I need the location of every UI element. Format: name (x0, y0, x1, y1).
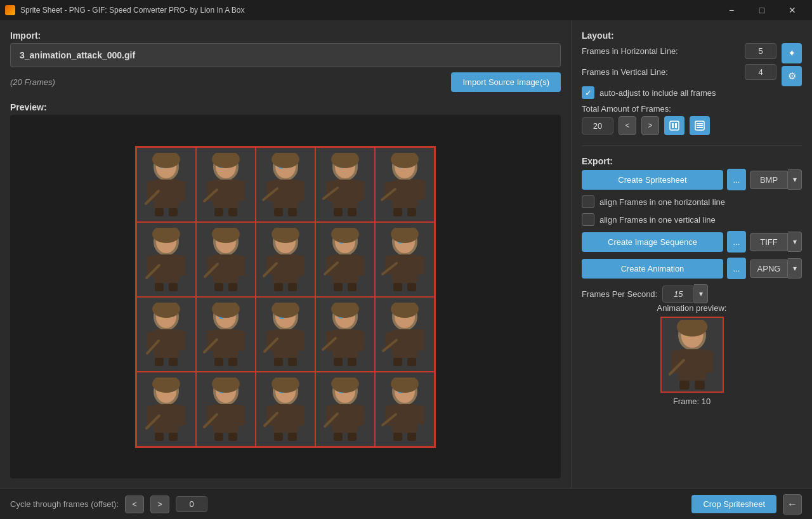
align-vertical-label: align Frames in one vertical line (599, 215, 716, 225)
cycle-next-button[interactable]: > (150, 496, 169, 513)
svg-rect-73 (214, 283, 223, 291)
arrow-button[interactable]: ← (783, 494, 802, 515)
image-sequence-format-wrapper: TIFF ▾ (750, 232, 802, 252)
svg-rect-226 (697, 127, 703, 128)
import-label: Import: (10, 30, 561, 41)
svg-rect-6 (174, 181, 185, 201)
svg-rect-116 (174, 331, 185, 351)
svg-rect-63 (169, 283, 178, 291)
fps-input[interactable] (662, 286, 694, 303)
right-panel: Layout: Frames in Horizontal Line: Frame… (571, 20, 812, 489)
frame-tool-btn-2[interactable] (690, 116, 710, 135)
frame-label: Frame: 10 (673, 397, 710, 406)
sprite-cell (375, 372, 435, 447)
fps-input-wrapper: ▾ (662, 284, 708, 303)
sprite-cell (196, 372, 256, 447)
maximize-button[interactable]: □ (747, 0, 776, 20)
layout-header-row: Frames in Horizontal Line: Frames in Ver… (582, 43, 802, 86)
svg-rect-50 (414, 180, 425, 200)
frames-horizontal-input[interactable] (745, 43, 776, 59)
total-frames-input[interactable] (582, 117, 613, 135)
svg-rect-160 (413, 329, 424, 351)
create-spritesheet-row: Create Spritesheet ... BMP ▾ (582, 169, 802, 190)
create-image-sequence-button[interactable]: Create Image Sequence (582, 232, 723, 252)
svg-rect-206 (348, 433, 357, 441)
preview-label: Preview: (10, 102, 561, 112)
align-vertical-checkbox[interactable] (582, 213, 594, 226)
minimize-button[interactable]: − (717, 0, 746, 20)
svg-rect-138 (293, 331, 304, 351)
svg-rect-235 (695, 381, 704, 390)
auto-adjust-checkbox[interactable]: ✓ (582, 86, 594, 99)
svg-rect-28 (293, 181, 304, 201)
fps-row: Frames Per Second: ▾ (582, 284, 802, 303)
svg-rect-8 (169, 208, 178, 216)
frames-vertical-input[interactable] (745, 64, 776, 80)
svg-rect-220 (670, 121, 679, 130)
svg-rect-225 (697, 125, 703, 126)
svg-rect-127 (233, 331, 245, 351)
animation-format-label: APNG (750, 260, 788, 278)
animation-format-wrapper: APNG ▾ (750, 258, 802, 279)
sprite-cell (375, 297, 435, 372)
import-button[interactable]: Import Source Image(s) (451, 72, 561, 92)
titlebar: Sprite Sheet - PNG - GIF: Speed Converte… (0, 0, 812, 20)
sprite-cell (136, 297, 196, 372)
fps-dropdown-arrow[interactable]: ▾ (694, 284, 708, 303)
crop-spritesheet-button[interactable]: Crop Spritesheet (691, 495, 776, 513)
sprite-cell (256, 222, 315, 297)
svg-rect-151 (348, 358, 357, 366)
sprite-cell (256, 372, 315, 447)
cycle-prev-button[interactable]: < (125, 496, 144, 513)
spritesheet-dots-button[interactable]: ... (727, 169, 746, 190)
animation-preview-label: Animation preview: (657, 303, 727, 313)
sprite-cell (256, 147, 315, 222)
layout-section: Layout: Frames in Horizontal Line: Frame… (582, 30, 802, 135)
create-animation-button[interactable]: Create Animation (582, 259, 723, 279)
sprite-cell (196, 147, 256, 222)
frame-tool-btn-1[interactable] (664, 116, 684, 135)
svg-rect-182 (233, 405, 245, 426)
svg-rect-233 (700, 350, 713, 372)
image-sequence-format-arrow[interactable]: ▾ (788, 232, 802, 252)
settings-icon-btn-1[interactable]: ✦ (782, 43, 802, 63)
import-section: Import: 3_animation_attack_000.gif (20 F… (10, 30, 561, 95)
svg-rect-95 (334, 283, 343, 291)
svg-rect-107 (407, 283, 416, 291)
align-horizontal-checkbox[interactable] (582, 195, 594, 208)
svg-rect-30 (288, 208, 297, 216)
frames-vertical-label: Frames in Vertical Line: (582, 67, 738, 77)
svg-rect-72 (233, 256, 245, 276)
spritesheet-format-arrow[interactable]: ▾ (788, 169, 802, 190)
frames-next-btn[interactable]: > (641, 116, 659, 135)
spritesheet-format-label: BMP (750, 171, 788, 189)
layout-fields: Frames in Horizontal Line: Frames in Ver… (582, 43, 776, 85)
create-spritesheet-button[interactable]: Create Spritesheet (582, 170, 723, 190)
sprite-cell (315, 147, 375, 222)
svg-rect-29 (274, 208, 283, 216)
animation-dots-button[interactable]: ... (727, 258, 746, 279)
svg-rect-172 (155, 433, 164, 441)
preview-section: Preview: (10, 102, 561, 478)
settings-buttons: ✦ ⚙ (782, 43, 802, 86)
image-sequence-dots-button[interactable]: ... (727, 231, 746, 253)
svg-rect-94 (353, 256, 364, 276)
spritesheet-format-wrapper: BMP ▾ (750, 169, 802, 190)
svg-rect-39 (353, 181, 364, 201)
sprite-cell (136, 222, 196, 297)
settings-icon-btn-2[interactable]: ⚙ (782, 66, 802, 86)
app-icon (5, 5, 15, 15)
svg-rect-161 (393, 358, 402, 366)
svg-rect-40 (334, 208, 343, 216)
animation-format-arrow[interactable]: ▾ (788, 258, 802, 279)
svg-rect-18 (214, 208, 223, 216)
close-button[interactable]: ✕ (778, 0, 807, 20)
total-frames-row: < > (582, 116, 802, 135)
auto-adjust-label: auto-adjust to include all frames (599, 88, 716, 98)
svg-rect-184 (228, 433, 237, 441)
svg-rect-96 (348, 283, 357, 291)
create-image-sequence-row: Create Image Sequence ... TIFF ▾ (582, 231, 802, 253)
svg-rect-17 (233, 181, 245, 201)
main-container: Import: 3_animation_attack_000.gif (20 F… (0, 20, 812, 489)
frames-prev-btn[interactable]: < (619, 116, 636, 135)
